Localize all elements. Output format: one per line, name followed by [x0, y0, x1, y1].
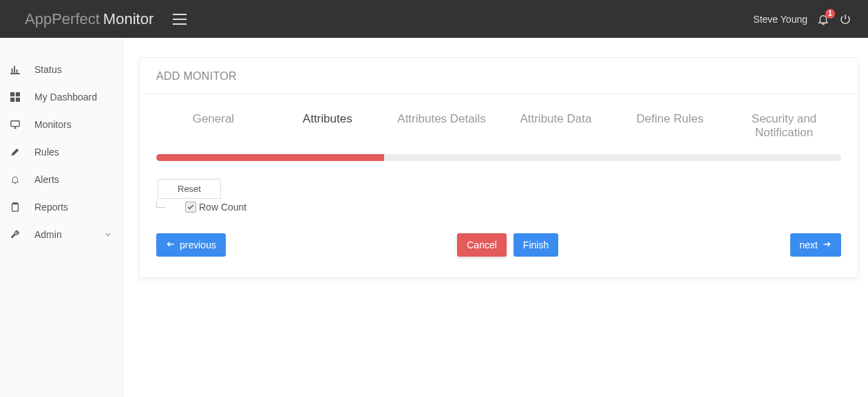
arrow-left-icon: [166, 239, 176, 250]
sidebar-item-monitors[interactable]: Monitors: [0, 111, 122, 138]
user-name[interactable]: Steve Young: [753, 14, 807, 25]
svg-rect-9: [10, 98, 14, 102]
sidebar-item-label: Monitors: [34, 119, 72, 130]
svg-rect-2: [173, 23, 187, 25]
sidebar-item-admin[interactable]: Admin: [0, 221, 122, 248]
monitor-icon: [10, 119, 21, 130]
card-title: ADD MONITOR: [140, 58, 858, 94]
notification-bell-icon[interactable]: 1: [817, 13, 829, 25]
grid-icon: [10, 92, 21, 103]
svg-rect-4: [12, 68, 13, 73]
sidebar-item-status[interactable]: Status: [0, 56, 122, 83]
svg-rect-5: [14, 66, 15, 74]
pencil-icon: [10, 147, 21, 158]
svg-rect-1: [173, 19, 187, 20]
wizard-tab-attributes-details[interactable]: Attributes Details: [385, 112, 499, 140]
sidebar-item-rules[interactable]: Rules: [0, 138, 122, 166]
finish-button[interactable]: Finish: [514, 233, 558, 257]
tree-item-label: Row Count: [199, 202, 246, 213]
reset-button[interactable]: Reset: [158, 179, 221, 199]
sidebar-item-dashboard[interactable]: My Dashboard: [0, 83, 122, 111]
sidebar-item-reports[interactable]: Reports: [0, 193, 122, 221]
wizard-tab-general[interactable]: General: [156, 112, 271, 140]
brand: AppPerfect Monitor: [25, 10, 154, 28]
bar-chart-icon: [10, 64, 21, 75]
sidebar-item-label: My Dashboard: [34, 92, 97, 103]
sidebar-item-label: Reports: [34, 202, 68, 213]
sidebar: Status My Dashboard Monitors Rules Alert…: [0, 38, 123, 397]
brand-light: AppPerfect: [25, 10, 100, 28]
tree-item-row-count[interactable]: Row Count: [156, 202, 841, 213]
checkbox-checked-icon[interactable]: [185, 202, 196, 213]
wizard-progress-fill: [156, 154, 384, 161]
clipboard-icon: [10, 202, 21, 213]
wizard-tabs: General Attributes Attributes Details At…: [156, 94, 841, 154]
previous-button[interactable]: previous: [156, 233, 226, 257]
brand-bold: Monitor: [103, 10, 154, 28]
svg-rect-0: [173, 14, 187, 15]
svg-rect-7: [10, 92, 14, 96]
content-area: ADD MONITOR General Attributes Attribute…: [123, 38, 868, 397]
notification-badge: 1: [825, 9, 835, 19]
wizard-tab-attribute-data[interactable]: Attribute Data: [498, 112, 613, 140]
sidebar-item-label: Status: [34, 64, 62, 75]
svg-rect-6: [17, 69, 18, 73]
wizard-tab-define-rules[interactable]: Define Rules: [613, 112, 727, 140]
add-monitor-card: ADD MONITOR General Attributes Attribute…: [139, 57, 858, 278]
app-header: AppPerfect Monitor Steve Young 1: [0, 0, 868, 38]
button-label: previous: [180, 239, 216, 250]
svg-rect-10: [16, 98, 20, 102]
arrow-right-icon: [822, 239, 832, 250]
sidebar-item-alerts[interactable]: Alerts: [0, 166, 122, 193]
button-label: next: [800, 239, 818, 250]
sidebar-item-label: Rules: [34, 147, 59, 158]
wrench-icon: [10, 229, 21, 240]
wizard-progress: [156, 154, 841, 161]
cancel-button[interactable]: Cancel: [457, 233, 507, 257]
next-button[interactable]: next: [790, 233, 841, 257]
svg-rect-11: [11, 121, 19, 127]
svg-rect-12: [12, 204, 19, 211]
hamburger-icon[interactable]: [173, 14, 187, 25]
chevron-down-icon: [104, 230, 112, 239]
sidebar-item-label: Admin: [34, 229, 62, 240]
sidebar-item-label: Alerts: [34, 174, 59, 185]
attribute-tree: Reset Row Count: [156, 179, 841, 213]
wizard-tab-security-notification[interactable]: Security and Notification: [727, 112, 841, 140]
wizard-tab-attributes[interactable]: Attributes: [271, 112, 385, 140]
bell-icon: [10, 174, 21, 185]
power-icon[interactable]: [839, 13, 851, 25]
svg-rect-3: [10, 73, 20, 74]
wizard-footer: previous Cancel Finish next: [156, 233, 841, 257]
svg-rect-8: [16, 92, 20, 96]
